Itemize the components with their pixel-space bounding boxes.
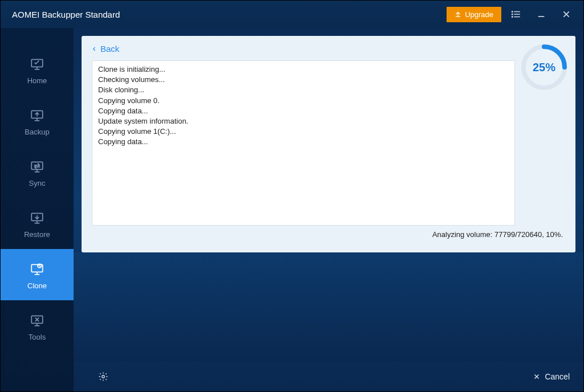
title-bar: AOMEI Backupper Standard Upgrade bbox=[1, 1, 583, 28]
backup-icon bbox=[29, 106, 46, 124]
minimize-button[interactable] bbox=[531, 4, 551, 24]
sidebar-item-label: Home bbox=[27, 76, 47, 85]
bottom-bar: Cancel bbox=[74, 362, 583, 391]
sidebar-item-backup[interactable]: Backup bbox=[1, 95, 74, 146]
sidebar-item-home[interactable]: Home bbox=[1, 44, 74, 95]
sidebar: Home Backup Sync bbox=[1, 28, 74, 391]
svg-point-1 bbox=[512, 11, 513, 13]
sidebar-item-tools[interactable]: Tools bbox=[1, 300, 74, 352]
log-output: Clone is initializing... Checking volume… bbox=[92, 60, 515, 226]
svg-point-18 bbox=[102, 375, 105, 378]
sidebar-item-label: Backup bbox=[25, 128, 49, 136]
close-icon bbox=[533, 373, 540, 380]
svg-point-5 bbox=[512, 17, 513, 18]
app-title: AOMEI Backupper Standard bbox=[12, 10, 120, 19]
sidebar-item-label: Sync bbox=[29, 179, 46, 187]
log-line: Clone is initializing... bbox=[98, 64, 509, 75]
status-text: Analyzing volume: 77799/720640, 10%. bbox=[92, 226, 565, 239]
sidebar-item-restore[interactable]: Restore bbox=[1, 198, 74, 249]
log-line: Checking volumes... bbox=[98, 75, 509, 85]
log-line: Copying volume 1(C:)... bbox=[98, 126, 509, 137]
svg-rect-11 bbox=[31, 162, 43, 169]
log-line: Copying data... bbox=[98, 106, 509, 116]
app-window: AOMEI Backupper Standard Upgrade bbox=[0, 0, 584, 392]
progress-indicator: 25% bbox=[520, 43, 569, 92]
clone-icon bbox=[29, 260, 46, 278]
sidebar-item-label: Tools bbox=[29, 333, 46, 341]
restore-icon bbox=[29, 209, 46, 227]
log-line: Update system information. bbox=[98, 116, 509, 126]
upgrade-button[interactable]: Upgrade bbox=[447, 7, 501, 22]
chevron-left-icon bbox=[92, 45, 97, 53]
log-line: Copying volume 0. bbox=[98, 96, 509, 106]
sidebar-item-sync[interactable]: Sync bbox=[1, 146, 74, 198]
sync-icon bbox=[29, 157, 46, 175]
sidebar-item-clone[interactable]: Clone bbox=[1, 249, 74, 300]
menu-button[interactable] bbox=[506, 4, 526, 24]
tools-icon bbox=[29, 311, 46, 329]
upgrade-label: Upgrade bbox=[465, 10, 493, 19]
close-button[interactable] bbox=[556, 4, 577, 24]
upload-icon bbox=[455, 11, 461, 18]
log-line: Disk cloning... bbox=[98, 85, 509, 95]
back-button[interactable]: Back bbox=[92, 44, 565, 54]
settings-button[interactable] bbox=[95, 369, 111, 385]
cancel-label: Cancel bbox=[545, 372, 570, 381]
content-area: Back Clone is initializing... Checking v… bbox=[74, 28, 583, 391]
gear-icon bbox=[98, 371, 108, 382]
progress-percent-text: 25% bbox=[520, 43, 569, 92]
sidebar-item-label: Clone bbox=[27, 281, 47, 290]
back-label: Back bbox=[100, 44, 119, 54]
log-line: Copying data... bbox=[98, 137, 509, 147]
content-bottom-spacer bbox=[74, 252, 583, 362]
sidebar-item-label: Restore bbox=[24, 230, 50, 239]
svg-point-3 bbox=[512, 14, 513, 15]
cancel-button[interactable]: Cancel bbox=[533, 372, 570, 381]
home-icon bbox=[29, 55, 46, 73]
clone-progress-panel: Back Clone is initializing... Checking v… bbox=[82, 36, 575, 252]
